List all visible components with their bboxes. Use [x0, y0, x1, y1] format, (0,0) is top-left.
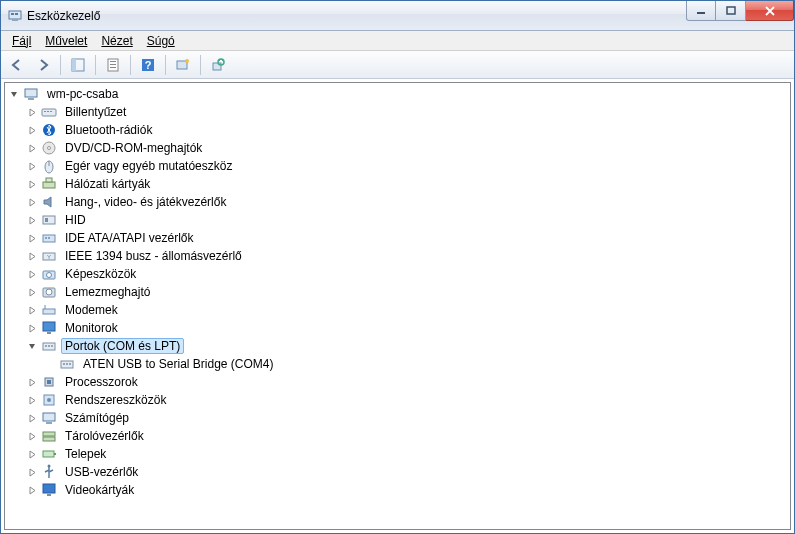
separator	[165, 55, 166, 75]
camera-icon	[41, 266, 57, 282]
tree-root[interactable]: wm-pc-csaba	[5, 85, 790, 103]
tree-leaf[interactable]: ATEN USB to Serial Bridge (COM4)	[5, 355, 790, 373]
expand-icon[interactable]	[27, 377, 38, 388]
expand-icon[interactable]	[27, 197, 38, 208]
expand-icon[interactable]	[27, 449, 38, 460]
separator	[60, 55, 61, 75]
tree-node-label: Tárolóvezérlők	[61, 428, 148, 444]
update-driver-button[interactable]	[206, 53, 230, 77]
minimize-button[interactable]	[686, 1, 716, 21]
expand-icon[interactable]	[27, 287, 38, 298]
expand-icon[interactable]	[27, 233, 38, 244]
collapse-icon[interactable]	[9, 89, 20, 100]
tree-node[interactable]: Számítógép	[5, 409, 790, 427]
expand-icon[interactable]	[27, 395, 38, 406]
svg-point-52	[69, 363, 71, 365]
tree-node[interactable]: Hang-, video- és játékvezérlők	[5, 193, 790, 211]
tree-node[interactable]: Monitorok	[5, 319, 790, 337]
tree-node[interactable]: DVD/CD-ROM-meghajtók	[5, 139, 790, 157]
tree-node-label: IDE ATA/ATAPI vezérlők	[61, 230, 197, 246]
menu-help[interactable]: Súgó	[140, 32, 182, 50]
separator	[130, 55, 131, 75]
svg-rect-10	[110, 64, 116, 65]
back-button[interactable]	[5, 53, 29, 77]
tree-node[interactable]: HID	[5, 211, 790, 229]
expand-icon[interactable]	[27, 161, 38, 172]
tree-node[interactable]: Modemek	[5, 301, 790, 319]
help-button[interactable]: ?	[136, 53, 160, 77]
menu-view[interactable]: Nézet	[94, 32, 139, 50]
svg-point-51	[66, 363, 68, 365]
tree-node[interactable]: Portok (COM és LPT)	[5, 337, 790, 355]
keyboard-icon	[41, 104, 57, 120]
expand-icon[interactable]	[27, 251, 38, 262]
svg-rect-59	[43, 432, 55, 436]
expand-icon[interactable]	[27, 107, 38, 118]
tree-node[interactable]: USB-vezérlők	[5, 463, 790, 481]
menu-file[interactable]: Fájl	[5, 32, 38, 50]
svg-point-34	[45, 237, 47, 239]
tree-node-label: DVD/CD-ROM-meghajtók	[61, 140, 206, 156]
expand-icon[interactable]	[27, 323, 38, 334]
tree-node[interactable]: Képeszközök	[5, 265, 790, 283]
tree-node[interactable]: Bluetooth-rádiók	[5, 121, 790, 139]
svg-point-39	[47, 273, 52, 278]
menu-action[interactable]: Művelet	[38, 32, 94, 50]
svg-rect-54	[47, 380, 51, 384]
tree-node-label: Videokártyák	[61, 482, 138, 498]
svg-rect-21	[44, 111, 46, 112]
expand-icon[interactable]	[27, 431, 38, 442]
hdd-icon	[41, 284, 57, 300]
tree-node[interactable]: Videokártyák	[5, 481, 790, 499]
svg-rect-29	[43, 182, 55, 188]
expand-icon[interactable]	[27, 125, 38, 136]
forward-button[interactable]	[31, 53, 55, 77]
close-button[interactable]	[746, 1, 794, 21]
tree-view[interactable]: wm-pc-csabaBillentyűzetBluetooth-rádiókD…	[4, 82, 791, 530]
tree-node[interactable]: YIEEE 1394 busz - állomásvezérlő	[5, 247, 790, 265]
svg-rect-44	[47, 332, 51, 334]
expand-icon[interactable]	[27, 413, 38, 424]
tree-node[interactable]: IDE ATA/ATAPI vezérlők	[5, 229, 790, 247]
tree-node[interactable]: Egér vagy egyéb mutatóeszköz	[5, 157, 790, 175]
tree-node[interactable]: Lemezmeghajtó	[5, 283, 790, 301]
svg-rect-5	[727, 7, 735, 14]
system-icon	[41, 392, 57, 408]
expand-icon[interactable]	[27, 467, 38, 478]
svg-rect-22	[47, 111, 49, 112]
svg-point-48	[51, 345, 53, 347]
window-controls	[686, 1, 794, 30]
maximize-button[interactable]	[716, 1, 746, 21]
tree-node[interactable]: Telepek	[5, 445, 790, 463]
tree-node[interactable]: Rendszereszközök	[5, 391, 790, 409]
collapse-icon[interactable]	[27, 341, 38, 352]
properties-button[interactable]	[101, 53, 125, 77]
expand-icon[interactable]	[27, 305, 38, 316]
tree-node[interactable]: Tárolóvezérlők	[5, 427, 790, 445]
svg-rect-19	[28, 98, 34, 100]
tree-node-label: Processzorok	[61, 374, 142, 390]
titlebar[interactable]: Eszközkezelő	[1, 1, 794, 31]
expand-icon[interactable]	[27, 485, 38, 496]
disc-icon	[41, 140, 57, 156]
window: Eszközkezelő Fájl Művelet Nézet Súgó ? w…	[0, 0, 795, 534]
separator	[95, 55, 96, 75]
expand-icon[interactable]	[27, 143, 38, 154]
tree-node[interactable]: Processzorok	[5, 373, 790, 391]
svg-text:Y: Y	[47, 254, 51, 260]
tree-node[interactable]: Hálózati kártyák	[5, 175, 790, 193]
tree-node-label: Billentyűzet	[61, 104, 130, 120]
expand-icon[interactable]	[27, 269, 38, 280]
svg-point-63	[48, 465, 51, 468]
show-hide-tree-button[interactable]	[66, 53, 90, 77]
scan-hardware-button[interactable]	[171, 53, 195, 77]
port-icon	[59, 356, 75, 372]
tree-root-label: wm-pc-csaba	[43, 86, 122, 102]
expand-icon[interactable]	[27, 215, 38, 226]
port-icon	[41, 338, 57, 354]
svg-rect-11	[110, 67, 116, 68]
tree-node[interactable]: Billentyűzet	[5, 103, 790, 121]
tree-node-label: Portok (COM és LPT)	[61, 338, 184, 354]
expand-icon[interactable]	[27, 179, 38, 190]
svg-rect-23	[50, 111, 52, 112]
